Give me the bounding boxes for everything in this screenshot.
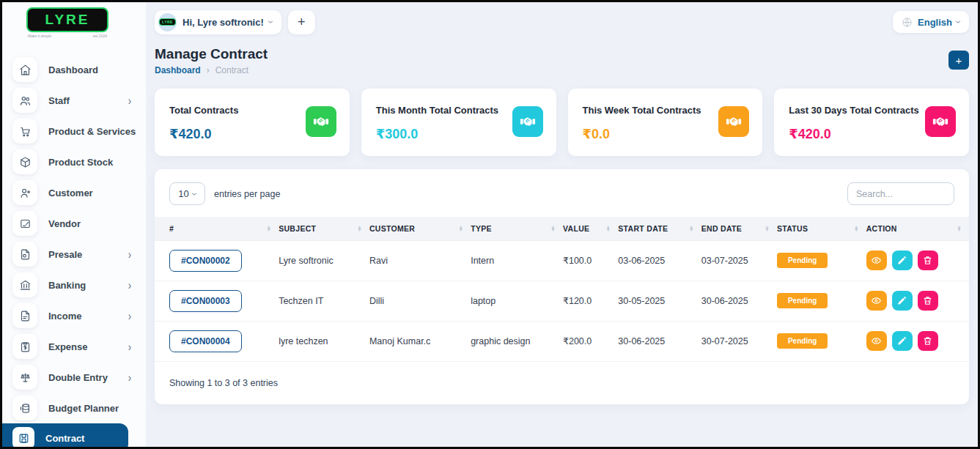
status-badge: Pending [777, 253, 828, 268]
sort-icon[interactable]: ▲▼ [266, 226, 271, 231]
sort-icon[interactable]: ▲▼ [357, 226, 362, 231]
sidebar-item-expense[interactable]: Expense › [2, 331, 146, 362]
edit-button[interactable] [892, 331, 913, 351]
cell-type: laptop [471, 281, 563, 321]
quick-add-button[interactable]: + [288, 10, 315, 34]
stat-card-30days: Last 30 Days Total Contracts ₹420.0 [774, 89, 969, 156]
topbar: LYRE Hi, Lyre softronic! › + English › [155, 2, 969, 36]
stat-value: ₹420.0 [789, 126, 918, 142]
scales-icon [12, 365, 37, 390]
chevron-down-icon: › [953, 21, 965, 23]
file-icon [12, 303, 37, 328]
cart-icon [12, 119, 37, 144]
view-button[interactable] [866, 251, 887, 270]
sort-icon[interactable]: ▲▼ [606, 226, 611, 231]
sort-icon[interactable]: ▲▼ [689, 226, 694, 231]
eye-icon [871, 255, 882, 266]
chevron-right-icon: › [128, 339, 131, 354]
delete-button[interactable] [918, 251, 938, 270]
contract-icon [12, 427, 34, 449]
entries-per-page-label: entries per page [214, 189, 280, 199]
language-selector[interactable]: English › [893, 11, 969, 33]
delete-button[interactable] [918, 291, 938, 311]
stat-value: ₹0.0 [583, 126, 701, 142]
cell-start-date: 30-05-2025 [618, 281, 701, 321]
logo-year: est 2024 [93, 34, 107, 38]
breadcrumb-current: Contract [215, 65, 248, 75]
stat-value: ₹420.0 [169, 126, 238, 142]
pencil-icon [896, 295, 907, 306]
column-header-status[interactable]: STATUS▲▼ [777, 217, 866, 240]
edit-button[interactable] [892, 291, 913, 311]
sort-icon[interactable]: ▲▼ [458, 226, 463, 231]
table-row: #CON00004 lyre techzen Manoj Kumar.c gra… [155, 321, 969, 361]
home-icon [12, 57, 37, 82]
user-greeting: Hi, Lyre softronic! [183, 17, 264, 28]
contract-id-button[interactable]: #CON00003 [169, 290, 242, 312]
sidebar-item-label: Expense [48, 341, 87, 352]
handshake-icon [306, 106, 336, 137]
sidebar-item-double-entry[interactable]: Double Entry › [2, 362, 146, 393]
eye-icon [871, 335, 882, 346]
sort-icon[interactable]: ▲▼ [854, 226, 859, 231]
sidebar-item-product-stock[interactable]: Product Stock [2, 146, 146, 177]
sort-icon[interactable]: ▲▼ [550, 226, 556, 231]
contract-id-button[interactable]: #CON00002 [169, 250, 242, 272]
logo-box: LYRE [26, 7, 108, 32]
view-button[interactable] [866, 291, 887, 311]
breadcrumb-dashboard-link[interactable]: Dashboard [155, 65, 201, 75]
edit-button[interactable] [892, 251, 913, 270]
chevron-right-icon: › [128, 247, 131, 261]
sidebar-item-vendor[interactable]: Vendor [2, 208, 146, 239]
cell-subject: lyre techzen [279, 321, 369, 361]
table-footer-summary: Showing 1 to 3 of 3 entries [155, 362, 969, 400]
table-controls: 10 › entries per page [155, 182, 969, 217]
app-logo: LYRE Make it simple est 2024 [26, 7, 108, 38]
column-header-customer[interactable]: CUSTOMER▲▼ [369, 217, 471, 240]
sidebar-item-banking[interactable]: Banking › [2, 270, 146, 300]
view-button[interactable] [866, 331, 887, 351]
table-header-row: #▲▼ SUBJECT▲▼ CUSTOMER▲▼ TYPE▲▼ VALUE▲▼ … [155, 217, 969, 240]
user-menu[interactable]: LYRE Hi, Lyre softronic! › [155, 10, 281, 34]
sort-icon[interactable]: ▲▼ [957, 226, 962, 231]
column-header-id[interactable]: #▲▼ [155, 217, 279, 240]
cell-end-date: 30-06-2025 [701, 281, 777, 321]
stat-label: This Month Total Contracts [376, 105, 498, 116]
column-header-value[interactable]: VALUE▲▼ [563, 217, 618, 240]
column-header-type[interactable]: TYPE▲▼ [471, 217, 563, 240]
pencil-icon [896, 255, 907, 266]
column-header-end-date[interactable]: END DATE▲▼ [701, 217, 777, 240]
delete-button[interactable] [918, 331, 938, 351]
stat-cards: Total Contracts ₹420.0 This Month Total … [155, 89, 969, 156]
add-contract-button[interactable]: + [948, 51, 969, 70]
entries-per-page-select[interactable]: 10 › [169, 182, 205, 205]
sidebar-item-budget-planner[interactable]: Budget Planner [2, 393, 146, 423]
column-header-subject[interactable]: SUBJECT▲▼ [279, 217, 369, 240]
contract-id-button[interactable]: #CON00004 [169, 330, 242, 352]
sidebar-item-product-services[interactable]: Product & Services [2, 116, 146, 146]
chevron-down-icon: › [265, 21, 277, 23]
chevron-right-icon: › [128, 278, 131, 292]
status-badge: Pending [777, 293, 828, 308]
sidebar-item-income[interactable]: Income › [2, 300, 146, 331]
stat-card-month: This Month Total Contracts ₹300.0 [361, 89, 556, 156]
sidebar-item-presale[interactable]: Presale › [2, 239, 146, 270]
chevron-right-icon: › [128, 308, 131, 323]
chevron-right-icon: › [128, 93, 131, 108]
sidebar-item-customer[interactable]: Customer [2, 177, 146, 208]
main-content: LYRE Hi, Lyre softronic! › + English › M… [146, 2, 978, 447]
globe-icon [902, 17, 913, 28]
page-header: Manage Contract Dashboard › Contract + [155, 46, 969, 75]
logo-tagline: Make it simple [28, 34, 51, 38]
sidebar-item-contract[interactable]: Contract [2, 423, 128, 449]
contracts-table: #▲▼ SUBJECT▲▼ CUSTOMER▲▼ TYPE▲▼ VALUE▲▼ … [155, 217, 969, 362]
sidebar-item-staff[interactable]: Staff › [2, 85, 146, 116]
stat-label: This Week Total Contracts [583, 105, 701, 116]
column-header-start-date[interactable]: START DATE▲▼ [618, 217, 701, 240]
search-input[interactable] [847, 182, 954, 205]
sidebar-item-dashboard[interactable]: Dashboard [2, 54, 146, 85]
column-header-action[interactable]: ACTION▲▼ [866, 217, 969, 240]
sort-icon[interactable]: ▲▼ [765, 226, 770, 231]
sidebar: LYRE Make it simple est 2024 Dashboard S… [2, 2, 146, 447]
trash-icon [922, 255, 933, 266]
